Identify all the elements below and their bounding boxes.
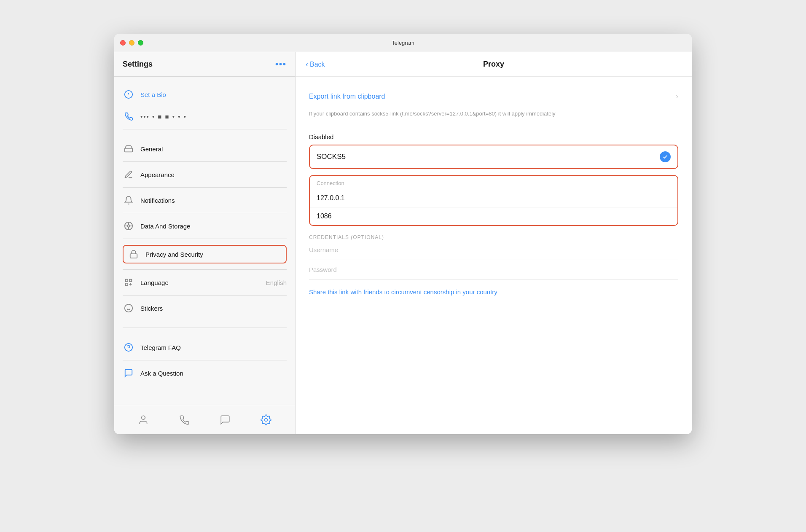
sidebar-scroll-area: Set a Bio ••• • ■ ■ • • • — [114, 77, 295, 405]
privacy-icon — [128, 248, 140, 260]
header-inner: ‹ Back Proxy — [306, 60, 682, 69]
divider-1 — [123, 129, 287, 129]
sidebar-title: Settings — [123, 60, 153, 69]
bottom-nav-calls[interactable] — [170, 411, 198, 429]
divider-7 — [123, 295, 287, 296]
title-bar: Telegram — [114, 34, 692, 52]
sidebar-item-ask[interactable]: Ask a Question — [114, 362, 295, 384]
svg-point-7 — [127, 225, 130, 227]
traffic-lights — [120, 40, 143, 46]
profile-section: Set a Bio ••• • ■ ■ • • • — [114, 77, 295, 138]
svg-point-13 — [125, 304, 132, 312]
main-header: ‹ Back Proxy — [296, 52, 692, 77]
export-link-row[interactable]: Export link from clipboard › — [309, 87, 678, 106]
share-link[interactable]: Share this link with friends to circumve… — [309, 288, 678, 296]
svg-point-18 — [141, 416, 145, 419]
bottom-nav-settings[interactable] — [252, 411, 280, 429]
spacer-3 — [114, 330, 295, 336]
ask-label: Ask a Question — [140, 370, 287, 377]
divider-8 — [123, 328, 287, 328]
divider-6 — [123, 269, 287, 270]
main-panel: ‹ Back Proxy Export link from clipboard … — [296, 52, 692, 434]
back-label: Back — [310, 61, 325, 68]
sidebar-item-notifications[interactable]: Notifications — [114, 189, 295, 211]
sidebar-item-privacy-security[interactable]: Privacy and Security — [114, 241, 295, 268]
username-field[interactable] — [309, 240, 678, 260]
sidebar-item-set-bio[interactable]: Set a Bio — [114, 83, 295, 105]
export-link-label: Export link from clipboard — [309, 93, 385, 100]
maximize-button[interactable] — [138, 40, 143, 46]
sidebar-item-stickers[interactable]: Stickers — [114, 297, 295, 319]
language-label: Language — [140, 279, 266, 286]
app-window: Telegram Settings ••• — [114, 34, 692, 434]
socks5-checkmark — [660, 151, 671, 162]
sidebar-header: Settings ••• — [114, 52, 295, 77]
bottom-nav — [114, 405, 295, 434]
page-title: Proxy — [483, 60, 504, 69]
port-field[interactable]: 1086 — [310, 207, 677, 225]
phone-icon — [123, 110, 134, 122]
main-body: Export link from clipboard › If your cli… — [296, 77, 692, 434]
stickers-icon — [123, 302, 134, 314]
back-chevron-icon: ‹ — [306, 60, 308, 69]
window-title: Telegram — [392, 40, 414, 46]
spacer-2 — [114, 319, 295, 326]
privacy-security-label: Privacy and Security — [145, 251, 282, 258]
divider-5 — [123, 239, 287, 239]
chevron-right-icon: › — [676, 92, 678, 101]
close-button[interactable] — [120, 40, 126, 46]
connection-label: Connection — [310, 176, 677, 189]
username-input[interactable] — [309, 246, 678, 253]
svg-rect-12 — [130, 254, 137, 258]
sidebar-item-appearance[interactable]: Appearance — [114, 164, 295, 185]
language-value: English — [266, 279, 287, 286]
divider-4 — [123, 213, 287, 213]
divider-3 — [123, 187, 287, 188]
bottom-nav-chats[interactable] — [211, 411, 239, 429]
server-field[interactable]: 127.0.0.1 — [310, 189, 677, 207]
appearance-label: Appearance — [140, 171, 287, 178]
svg-point-19 — [265, 418, 268, 421]
back-button[interactable]: ‹ Back — [306, 60, 325, 69]
divider-9 — [123, 360, 287, 360]
language-icon — [123, 277, 134, 288]
disabled-label: Disabled — [309, 133, 678, 140]
minimize-button[interactable] — [129, 40, 134, 46]
password-field[interactable] — [309, 260, 678, 280]
set-bio-label: Set a Bio — [140, 91, 166, 98]
sidebar-item-faq[interactable]: Telegram FAQ — [114, 336, 295, 358]
sidebar-item-phone[interactable]: ••• • ■ ■ • • • — [114, 105, 295, 127]
info-icon — [123, 89, 134, 100]
bottom-nav-contacts[interactable] — [129, 411, 157, 429]
connection-box: Connection 127.0.0.1 1086 — [309, 175, 678, 226]
notifications-icon — [123, 194, 134, 206]
stickers-label: Stickers — [140, 305, 287, 312]
sidebar-item-data-storage[interactable]: Data And Storage — [114, 215, 295, 237]
faq-label: Telegram FAQ — [140, 344, 287, 351]
divider-2 — [123, 161, 287, 162]
general-icon — [123, 143, 134, 155]
password-input[interactable] — [309, 266, 678, 273]
proxy-type-socks5[interactable]: SOCKS5 — [309, 145, 678, 169]
credentials-label: CREDENTIALS (OPTIONAL) — [309, 234, 678, 240]
sidebar-item-language[interactable]: Language English — [114, 271, 295, 293]
content-area: Settings ••• Set a Bio — [114, 52, 692, 434]
sidebar: Settings ••• Set a Bio — [114, 52, 296, 434]
phone-number: ••• • ■ ■ • • • — [140, 113, 187, 120]
faq-icon — [123, 341, 134, 353]
ask-icon — [123, 367, 134, 379]
spacer-1 — [114, 131, 295, 138]
more-button[interactable]: ••• — [275, 59, 287, 69]
credentials-section: CREDENTIALS (OPTIONAL) — [309, 234, 678, 280]
data-icon — [123, 220, 134, 232]
socks5-label: SOCKS5 — [317, 153, 346, 161]
general-label: General — [140, 145, 287, 153]
notifications-label: Notifications — [140, 197, 287, 204]
server-value: 127.0.0.1 — [317, 194, 345, 202]
port-value: 1086 — [317, 212, 332, 220]
data-storage-label: Data And Storage — [140, 223, 287, 230]
sidebar-item-general[interactable]: General — [114, 138, 295, 160]
export-link-description: If your clipboard contains socks5-link (… — [309, 110, 678, 125]
appearance-icon — [123, 169, 134, 180]
